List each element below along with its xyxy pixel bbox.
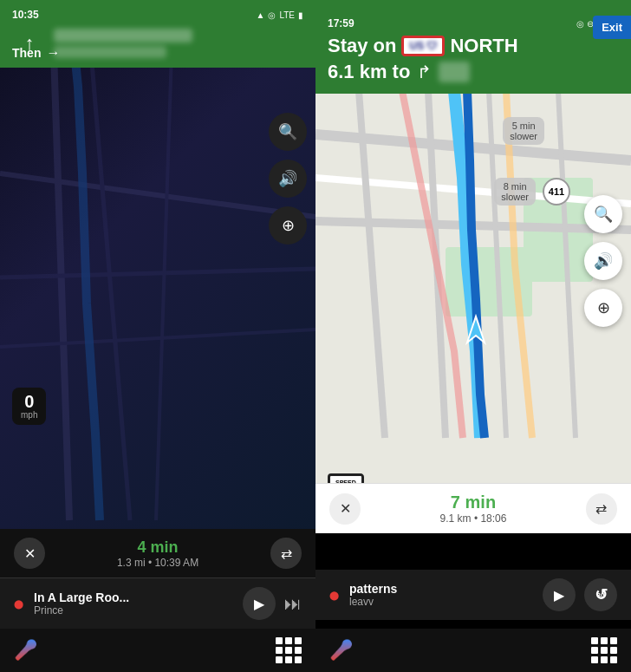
nav-street-info xyxy=(54,29,303,58)
svg-line-3 xyxy=(0,269,316,277)
right-panel: 5 min slower 8 min slower 411 SPEEDLIMIT… xyxy=(316,0,631,672)
speed-number: 0 xyxy=(21,393,37,410)
right-eta: 7 min 9.1 km • 18:06 xyxy=(440,493,507,525)
left-status-icons: ▲ ◎ LTE ▮ xyxy=(256,10,303,20)
search-button[interactable]: 🔍 xyxy=(269,113,307,151)
left-media-info: In A Large Roo... Prince xyxy=(34,590,232,617)
nav-route-button[interactable]: ⇄ xyxy=(270,538,302,569)
add-feedback-button[interactable]: ⊕ xyxy=(269,206,307,245)
left-media-controls: ▶ ⏭ xyxy=(243,587,302,620)
left-mic-icon[interactable]: 🎤 xyxy=(14,639,37,662)
right-media-title: patterns xyxy=(349,582,532,596)
signal-icon: ▲ xyxy=(256,10,264,20)
then-arrow-icon: → xyxy=(46,45,60,61)
right-media-artist: leavv xyxy=(349,596,532,608)
right-route-button[interactable]: ⇄ xyxy=(586,493,617,525)
right-nav-secondary: 6.1 km to ↱ xyxy=(328,61,619,83)
slower-5min-badge: 5 min slower xyxy=(503,117,544,145)
dark-map-roads xyxy=(0,0,316,529)
left-apps-grid[interactable] xyxy=(276,637,302,663)
left-nav-bar: ✕ 4 min 1.3 mi • 10:39 AM ⇄ xyxy=(0,529,316,577)
svg-line-5 xyxy=(0,329,316,347)
stay-on-text: Stay on xyxy=(328,35,396,57)
right-media-info: patterns leavv xyxy=(349,582,532,608)
right-eta-details: 9.1 km • 18:06 xyxy=(440,512,507,525)
media-dot-left: ⬤ xyxy=(14,599,23,609)
left-media-player: ⬤ In A Large Roo... Prince ▶ ⏭ xyxy=(0,577,316,629)
right-map-area: 5 min slower 8 min slower 411 SPEEDLIMIT… xyxy=(316,91,631,533)
signal-bars: LTE xyxy=(279,10,295,20)
left-status-bar: 10:35 ▲ ◎ LTE ▮ xyxy=(12,9,303,21)
nav-eta: 4 min 1.3 mi • 10:39 AM xyxy=(117,538,198,569)
right-eta-bar: ✕ 7 min 9.1 km • 18:06 ⇄ xyxy=(316,483,631,533)
svg-line-0 xyxy=(52,0,69,520)
nav-street-line1 xyxy=(54,29,192,42)
right-media-player: ⬤ patterns leavv ▶ ↺ 30 xyxy=(316,570,631,620)
right-nav-main: Stay on US 🛡 NORTH xyxy=(328,35,619,57)
right-nav-banner: 17:59 ◎ ⊖ LTE ▮ Stay on US 🛡 NORTH 6.1 k… xyxy=(316,0,631,94)
right-mic-icon[interactable]: 🎤 xyxy=(329,639,353,662)
then-label: Then → xyxy=(12,45,60,61)
nav-eta-time: 4 min xyxy=(117,538,198,557)
exit-badge: Exit xyxy=(593,16,631,39)
nav-street-line2 xyxy=(54,46,166,58)
left-status-time: 10:35 xyxy=(12,9,39,21)
right-add-button[interactable]: ⊕ xyxy=(584,289,622,327)
left-skip-button[interactable]: ⏭ xyxy=(284,594,302,614)
nav-close-button[interactable]: ✕ xyxy=(14,538,45,569)
speed-badge: 0 mph xyxy=(12,388,46,425)
nav-eta-details: 1.3 mi • 10:39 AM xyxy=(117,557,198,569)
route-411-badge: 411 xyxy=(543,178,570,206)
right-media-controls: ▶ ↺ 30 xyxy=(543,578,617,611)
left-nav-banner: 10:35 ▲ ◎ LTE ▮ ↑ Then → xyxy=(0,0,316,68)
right-status-time: 17:59 xyxy=(328,17,355,29)
right-sound-button[interactable]: 🔊 xyxy=(584,242,622,280)
left-media-artist: Prince xyxy=(34,604,232,617)
left-panel: 10:35 ▲ ◎ LTE ▮ ↑ Then → xyxy=(0,0,316,672)
left-side-buttons: 🔍 🔊 ⊕ xyxy=(269,113,307,245)
right-apps-grid[interactable] xyxy=(591,637,617,663)
right-media-dot: ⬤ xyxy=(329,590,339,600)
destination-blurred xyxy=(439,62,470,82)
left-play-button[interactable]: ▶ xyxy=(243,587,276,620)
north-text: NORTH xyxy=(450,35,517,57)
speed-unit: mph xyxy=(21,410,37,420)
location-icon: ◎ xyxy=(268,10,276,20)
svg-line-4 xyxy=(156,0,173,520)
left-system-bar: 🎤 xyxy=(0,629,316,672)
sound-button[interactable]: 🔊 xyxy=(269,160,307,198)
right-system-bar: 🎤 xyxy=(316,629,631,672)
right-side-buttons: 🔍 🔊 ⊕ xyxy=(584,195,622,327)
left-media-title: In A Large Roo... xyxy=(34,590,232,604)
km-text: 6.1 km to xyxy=(328,61,410,83)
highway-badge: US 🛡 xyxy=(401,36,445,56)
right-search-button[interactable]: 🔍 xyxy=(584,195,622,233)
turn-icon: ↱ xyxy=(417,62,432,82)
right-close-button[interactable]: ✕ xyxy=(329,493,361,525)
battery-icon: ▮ xyxy=(298,10,303,20)
right-status-bar: 17:59 ◎ ⊖ LTE ▮ xyxy=(328,16,619,31)
slower-8min-badge: 8 min slower xyxy=(494,178,536,206)
right-eta-time: 7 min xyxy=(440,493,507,512)
left-map-area: 10:35 ▲ ◎ LTE ▮ ↑ Then → xyxy=(0,0,316,529)
right-replay-button[interactable]: ↺ 30 xyxy=(584,578,617,611)
right-play-button[interactable]: ▶ xyxy=(543,578,576,611)
